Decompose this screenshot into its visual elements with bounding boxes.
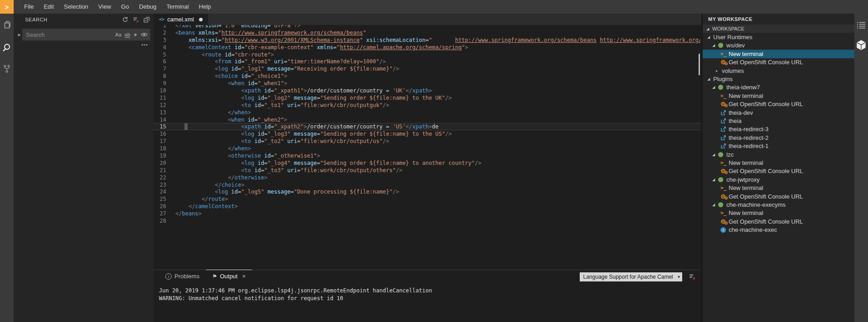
chevron-expanded-icon[interactable]: ◢ xyxy=(712,203,718,207)
code-line[interactable]: 18 </when> xyxy=(153,145,700,152)
code-line[interactable]: 11 <log id="_log2" message="Sending orde… xyxy=(153,94,700,102)
code-line[interactable]: 1<?xml version="1.0" encoding="UTF-8"?> xyxy=(153,25,700,29)
line-number[interactable]: 26 xyxy=(153,203,166,210)
code-line[interactable]: 13 </when> xyxy=(153,109,700,116)
tree-item-new-terminal[interactable]: >_New terminal xyxy=(703,50,854,58)
clear-search-results-icon[interactable] xyxy=(133,16,139,23)
search-icon[interactable] xyxy=(0,40,14,56)
line-number[interactable]: 27 xyxy=(153,210,166,217)
menu-item-terminal[interactable]: Terminal xyxy=(161,0,194,14)
chevron-collapsed-icon[interactable]: ▸ xyxy=(716,69,722,73)
code-editor[interactable]: 1<?xml version="1.0" encoding="UTF-8"?>2… xyxy=(153,25,700,270)
menu-item-selection[interactable]: Selection xyxy=(59,0,93,14)
chevron-expanded-icon[interactable]: ◢ xyxy=(707,77,713,81)
code-line[interactable]: 24 <log id="_log5" message="Done process… xyxy=(153,188,700,195)
menu-item-go[interactable]: Go xyxy=(116,0,134,14)
line-number[interactable]: 2 xyxy=(153,30,166,36)
tree-item-get-openshift-console-url[interactable]: ⚙⚙Get OpenShift Console URL xyxy=(703,58,854,66)
line-number[interactable]: 1 xyxy=(153,25,166,29)
menu-item-help[interactable]: Help xyxy=(194,0,216,14)
line-number[interactable]: 18 xyxy=(153,145,166,152)
tree-item-theia-idenw7[interactable]: ◢theia-idenw7 xyxy=(703,83,854,92)
menu-item-debug[interactable]: Debug xyxy=(134,0,161,14)
line-number[interactable]: 15 xyxy=(153,123,166,130)
tree-item-lzc[interactable]: ◢lzc xyxy=(703,150,854,158)
code-line[interactable]: 7 <log id="_log1" message="Receiving ord… xyxy=(153,65,700,72)
code-line[interactable]: 21 <to id="_to3" uri="file:work/cbr/outp… xyxy=(153,167,700,174)
code-line[interactable]: 6 <from id="_from1" uri="timer:timerName… xyxy=(153,58,700,65)
menu-item-view[interactable]: View xyxy=(93,0,116,14)
tree-item-new-terminal[interactable]: >_New terminal xyxy=(703,209,854,217)
tree-item-new-terminal[interactable]: >_New terminal xyxy=(703,158,854,167)
list-view-icon[interactable] xyxy=(854,18,868,32)
line-number[interactable]: 17 xyxy=(153,138,166,144)
line-number[interactable]: 19 xyxy=(153,153,166,159)
code-line[interactable]: 14 <when id="_when2"> xyxy=(153,116,700,123)
tree-item-new-terminal[interactable]: >_New terminal xyxy=(703,184,854,192)
line-number[interactable]: 22 xyxy=(153,174,166,181)
tree-item-theia-redirect-3[interactable]: theia-redirect-3 xyxy=(703,125,854,133)
tree-item-get-openshift-console-url[interactable]: ⚙⚙Get OpenShift Console URL xyxy=(703,217,854,225)
tree-item-user-runtimes[interactable]: ◢User Runtimes xyxy=(703,33,854,41)
chevron-expanded-icon[interactable]: ◢ xyxy=(712,43,718,47)
whole-word-toggle[interactable]: ab xyxy=(125,32,130,38)
line-number[interactable]: 13 xyxy=(153,109,166,116)
chevron-expanded-icon[interactable]: ◢ xyxy=(712,178,718,182)
chevron-expanded-icon[interactable]: ◢ xyxy=(707,35,713,39)
editor-scrollbar-thumb[interactable] xyxy=(699,54,700,75)
code-line[interactable]: 8 <choice id="_choice1"> xyxy=(153,72,700,80)
line-number[interactable]: 20 xyxy=(153,160,166,166)
chevron-expanded-icon[interactable]: ◢ xyxy=(706,27,712,31)
line-number[interactable]: 7 xyxy=(153,66,166,72)
chevron-expanded-icon[interactable]: ◢ xyxy=(712,153,718,157)
line-number[interactable]: 9 xyxy=(153,80,166,87)
code-line[interactable]: 23 </choice> xyxy=(153,181,700,189)
line-number[interactable]: 16 xyxy=(153,131,166,137)
dirty-indicator-icon[interactable] xyxy=(199,18,203,21)
source-control-icon[interactable] xyxy=(0,61,14,77)
code-line[interactable]: 10 <xpath id="_xpath1">/order/customer/c… xyxy=(153,87,700,94)
tree-item-che-jwtproxy[interactable]: ◢che-jwtproxy xyxy=(703,175,854,184)
code-line[interactable]: 19 <otherwise id="_otherwise1"> xyxy=(153,152,700,159)
line-number[interactable]: 6 xyxy=(153,58,166,65)
tree-item-get-openshift-console-url[interactable]: ⚙⚙Get OpenShift Console URL xyxy=(703,100,854,108)
tree-section-workspace[interactable]: ◢WORKSPACE xyxy=(703,25,854,33)
line-number[interactable]: 4 xyxy=(153,44,166,51)
code-line[interactable]: 16 <log id="_log3" message="Sending orde… xyxy=(153,130,700,138)
line-number[interactable]: 8 xyxy=(153,73,166,79)
explorer-files-icon[interactable] xyxy=(0,17,14,33)
tree-item-volumes[interactable]: ▸volumes xyxy=(703,66,854,75)
code-line[interactable]: 15 <xpath id="_xpath2">/order/customer/c… xyxy=(153,123,700,130)
bottom-tab-problems[interactable]: iProblems xyxy=(159,270,206,282)
che-logo-icon[interactable]: > xyxy=(0,0,14,14)
chevron-expanded-icon[interactable]: ◢ xyxy=(712,85,718,89)
code-line[interactable]: 25 </route> xyxy=(153,195,700,203)
line-number[interactable]: 25 xyxy=(153,196,166,202)
tree-item-theia-redirect-2[interactable]: theia-redirect-2 xyxy=(703,133,854,142)
match-case-toggle[interactable]: Aa xyxy=(115,32,121,37)
tree-item-get-openshift-console-url[interactable]: ⚙⚙Get OpenShift Console URL xyxy=(703,167,854,175)
code-line[interactable]: 12 <to id="_to1" uri="file:work/cbr/outp… xyxy=(153,102,700,109)
line-number[interactable]: 24 xyxy=(153,189,166,195)
code-line[interactable]: 4 <camelContext id="cbr-example-context"… xyxy=(153,44,700,51)
menu-item-edit[interactable]: Edit xyxy=(39,0,59,14)
code-line[interactable]: 5 <route id="cbr-route"> xyxy=(153,51,700,58)
search-input[interactable] xyxy=(25,31,112,39)
code-line[interactable]: 26 </camelContext> xyxy=(153,203,700,210)
code-line[interactable]: 22 </otherwise> xyxy=(153,174,700,181)
line-number[interactable]: 12 xyxy=(153,102,166,108)
code-line[interactable]: 9 <when id="_when1"> xyxy=(153,80,700,87)
toggle-replace-icon[interactable]: ▶ xyxy=(16,33,22,37)
tree-item-ws-dev[interactable]: ◢ws/dev xyxy=(703,41,854,50)
tree-item-plugins[interactable]: ◢Plugins xyxy=(703,75,854,83)
search-details-button[interactable]: ••• xyxy=(141,42,148,47)
editor-tab-camel-xml[interactable]: <> camel.xml xyxy=(153,14,208,25)
code-line[interactable]: 28 xyxy=(153,217,700,225)
tree-item-get-openshift-console-url[interactable]: ⚙⚙Get OpenShift Console URL xyxy=(703,192,854,200)
line-number[interactable]: 28 xyxy=(153,218,166,224)
refresh-icon[interactable] xyxy=(122,16,128,23)
line-number[interactable]: 11 xyxy=(153,95,166,101)
tree-item-che-machine-exec[interactable]: iche-machine-exec xyxy=(703,225,854,234)
regex-toggle[interactable]: ∗ xyxy=(133,32,138,38)
tree-item-theia-redirect-1[interactable]: theia-redirect-1 xyxy=(703,142,854,150)
